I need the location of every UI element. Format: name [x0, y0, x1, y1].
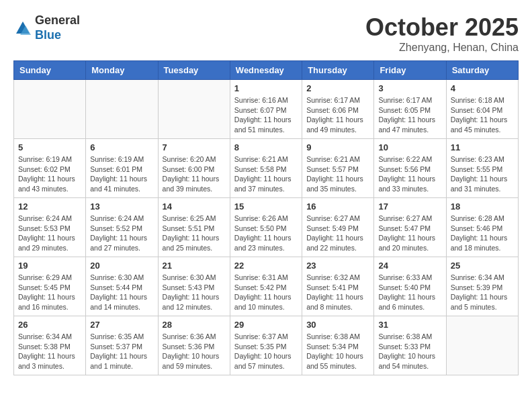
weekday-header-sunday: Sunday [14, 61, 86, 80]
day-cell-30: 30Sunrise: 6:38 AM Sunset: 5:34 PM Dayli… [302, 316, 374, 375]
day-info: Sunrise: 6:18 AM Sunset: 6:04 PM Dayligh… [451, 95, 514, 135]
day-info: Sunrise: 6:37 AM Sunset: 5:35 PM Dayligh… [234, 332, 298, 371]
day-number: 11 [451, 142, 514, 152]
day-cell-23: 23Sunrise: 6:32 AM Sunset: 5:41 PM Dayli… [302, 257, 374, 316]
weekday-header-wednesday: Wednesday [230, 61, 302, 80]
title-block: October 2025 Zhenyang, Henan, China [365, 13, 519, 54]
day-number: 20 [90, 261, 153, 271]
month-title: October 2025 [365, 13, 519, 42]
day-number: 3 [378, 83, 441, 93]
logo-icon [13, 19, 32, 38]
day-number: 23 [306, 261, 369, 271]
day-info: Sunrise: 6:28 AM Sunset: 5:46 PM Dayligh… [451, 214, 514, 253]
day-cell-22: 22Sunrise: 6:31 AM Sunset: 5:42 PM Dayli… [230, 257, 302, 316]
day-info: Sunrise: 6:32 AM Sunset: 5:41 PM Dayligh… [306, 273, 369, 312]
day-cell-4: 4Sunrise: 6:18 AM Sunset: 6:04 PM Daylig… [446, 80, 518, 139]
day-info: Sunrise: 6:16 AM Sunset: 6:07 PM Dayligh… [234, 95, 298, 135]
day-cell-27: 27Sunrise: 6:35 AM Sunset: 5:37 PM Dayli… [86, 316, 158, 375]
day-number: 16 [306, 201, 369, 212]
day-cell-13: 13Sunrise: 6:24 AM Sunset: 5:52 PM Dayli… [86, 198, 158, 257]
day-info: Sunrise: 6:23 AM Sunset: 5:55 PM Dayligh… [451, 154, 514, 194]
day-number: 25 [451, 261, 514, 271]
day-number: 2 [306, 83, 369, 93]
day-cell-10: 10Sunrise: 6:22 AM Sunset: 5:56 PM Dayli… [374, 139, 446, 198]
day-cell-29: 29Sunrise: 6:37 AM Sunset: 5:35 PM Dayli… [230, 316, 302, 375]
day-cell-24: 24Sunrise: 6:33 AM Sunset: 5:40 PM Dayli… [374, 257, 446, 316]
day-cell-8: 8Sunrise: 6:21 AM Sunset: 5:58 PM Daylig… [230, 139, 302, 198]
day-number: 7 [163, 142, 226, 152]
day-number: 28 [163, 320, 226, 330]
day-cell-9: 9Sunrise: 6:21 AM Sunset: 5:57 PM Daylig… [302, 139, 374, 198]
day-number: 14 [163, 201, 226, 212]
day-number: 22 [234, 261, 298, 271]
day-info: Sunrise: 6:30 AM Sunset: 5:44 PM Dayligh… [90, 273, 153, 312]
week-row-4: 19Sunrise: 6:29 AM Sunset: 5:45 PM Dayli… [14, 257, 519, 316]
day-info: Sunrise: 6:19 AM Sunset: 6:01 PM Dayligh… [90, 154, 153, 194]
day-cell-28: 28Sunrise: 6:36 AM Sunset: 5:36 PM Dayli… [158, 316, 230, 375]
day-cell-5: 5Sunrise: 6:19 AM Sunset: 6:02 PM Daylig… [14, 139, 86, 198]
day-number: 9 [306, 142, 369, 152]
day-number: 26 [18, 320, 81, 330]
day-number: 30 [306, 320, 369, 330]
day-cell-21: 21Sunrise: 6:30 AM Sunset: 5:43 PM Dayli… [158, 257, 230, 316]
day-info: Sunrise: 6:19 AM Sunset: 6:02 PM Dayligh… [18, 154, 81, 194]
day-cell-14: 14Sunrise: 6:25 AM Sunset: 5:51 PM Dayli… [158, 198, 230, 257]
day-number: 27 [90, 320, 153, 330]
day-cell-26: 26Sunrise: 6:34 AM Sunset: 5:38 PM Dayli… [14, 316, 86, 375]
logo-blue-text: Blue [35, 28, 61, 42]
week-row-3: 12Sunrise: 6:24 AM Sunset: 5:53 PM Dayli… [14, 198, 519, 257]
day-cell-7: 7Sunrise: 6:20 AM Sunset: 6:00 PM Daylig… [158, 139, 230, 198]
day-info: Sunrise: 6:33 AM Sunset: 5:40 PM Dayligh… [378, 273, 441, 312]
day-number: 17 [378, 201, 441, 212]
day-number: 6 [90, 142, 153, 152]
day-info: Sunrise: 6:34 AM Sunset: 5:38 PM Dayligh… [18, 332, 81, 371]
day-info: Sunrise: 6:24 AM Sunset: 5:53 PM Dayligh… [18, 214, 81, 253]
week-row-5: 26Sunrise: 6:34 AM Sunset: 5:38 PM Dayli… [14, 316, 519, 375]
day-info: Sunrise: 6:21 AM Sunset: 5:57 PM Dayligh… [306, 154, 369, 194]
week-row-2: 5Sunrise: 6:19 AM Sunset: 6:02 PM Daylig… [14, 139, 519, 198]
day-info: Sunrise: 6:24 AM Sunset: 5:52 PM Dayligh… [90, 214, 153, 253]
empty-cell [86, 80, 158, 139]
day-info: Sunrise: 6:38 AM Sunset: 5:33 PM Dayligh… [378, 332, 441, 371]
day-info: Sunrise: 6:25 AM Sunset: 5:51 PM Dayligh… [163, 214, 226, 253]
day-cell-1: 1Sunrise: 6:16 AM Sunset: 6:07 PM Daylig… [230, 80, 302, 139]
day-cell-20: 20Sunrise: 6:30 AM Sunset: 5:44 PM Dayli… [86, 257, 158, 316]
weekday-header-thursday: Thursday [302, 61, 374, 80]
day-info: Sunrise: 6:38 AM Sunset: 5:34 PM Dayligh… [306, 332, 369, 371]
weekday-header-monday: Monday [86, 61, 158, 80]
day-cell-3: 3Sunrise: 6:17 AM Sunset: 6:05 PM Daylig… [374, 80, 446, 139]
day-number: 29 [234, 320, 298, 330]
day-number: 31 [378, 320, 441, 330]
day-number: 15 [234, 201, 298, 212]
empty-cell [446, 316, 518, 375]
day-cell-15: 15Sunrise: 6:26 AM Sunset: 5:50 PM Dayli… [230, 198, 302, 257]
logo-general-text: General [35, 13, 80, 27]
day-number: 10 [378, 142, 441, 152]
day-info: Sunrise: 6:34 AM Sunset: 5:39 PM Dayligh… [451, 273, 514, 312]
day-number: 4 [451, 83, 514, 93]
day-number: 12 [18, 201, 81, 212]
day-number: 1 [234, 83, 298, 93]
day-number: 8 [234, 142, 298, 152]
day-info: Sunrise: 6:35 AM Sunset: 5:37 PM Dayligh… [90, 332, 153, 371]
logo: General Blue [13, 13, 80, 42]
day-cell-11: 11Sunrise: 6:23 AM Sunset: 5:55 PM Dayli… [446, 139, 518, 198]
empty-cell [14, 80, 86, 139]
day-cell-12: 12Sunrise: 6:24 AM Sunset: 5:53 PM Dayli… [14, 198, 86, 257]
day-info: Sunrise: 6:22 AM Sunset: 5:56 PM Dayligh… [378, 154, 441, 194]
day-info: Sunrise: 6:27 AM Sunset: 5:49 PM Dayligh… [306, 214, 369, 253]
day-cell-18: 18Sunrise: 6:28 AM Sunset: 5:46 PM Dayli… [446, 198, 518, 257]
day-cell-17: 17Sunrise: 6:27 AM Sunset: 5:47 PM Dayli… [374, 198, 446, 257]
day-cell-16: 16Sunrise: 6:27 AM Sunset: 5:49 PM Dayli… [302, 198, 374, 257]
week-row-1: 1Sunrise: 6:16 AM Sunset: 6:07 PM Daylig… [14, 80, 519, 139]
day-info: Sunrise: 6:30 AM Sunset: 5:43 PM Dayligh… [163, 273, 226, 312]
day-cell-19: 19Sunrise: 6:29 AM Sunset: 5:45 PM Dayli… [14, 257, 86, 316]
location-text: Zhenyang, Henan, China [365, 42, 519, 54]
day-cell-31: 31Sunrise: 6:38 AM Sunset: 5:33 PM Dayli… [374, 316, 446, 375]
day-info: Sunrise: 6:17 AM Sunset: 6:06 PM Dayligh… [306, 95, 369, 135]
day-number: 5 [18, 142, 81, 152]
day-cell-25: 25Sunrise: 6:34 AM Sunset: 5:39 PM Dayli… [446, 257, 518, 316]
day-cell-6: 6Sunrise: 6:19 AM Sunset: 6:01 PM Daylig… [86, 139, 158, 198]
day-info: Sunrise: 6:31 AM Sunset: 5:42 PM Dayligh… [234, 273, 298, 312]
day-info: Sunrise: 6:20 AM Sunset: 6:00 PM Dayligh… [163, 154, 226, 194]
